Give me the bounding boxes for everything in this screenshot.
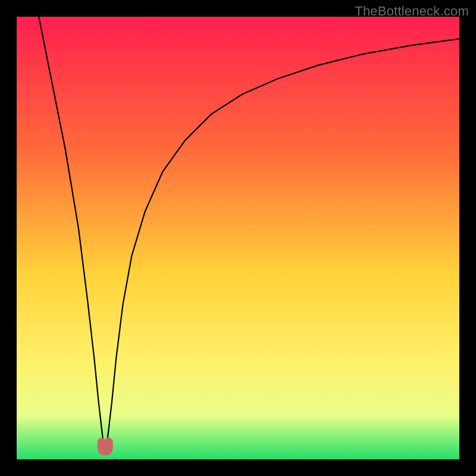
plot-svg [17,17,459,459]
gradient-background [17,17,459,459]
optimal-point-marker [102,442,109,452]
chart-frame: TheBottleneck.com [0,0,476,476]
plot-area [17,17,459,459]
watermark-text: TheBottleneck.com [355,4,469,19]
